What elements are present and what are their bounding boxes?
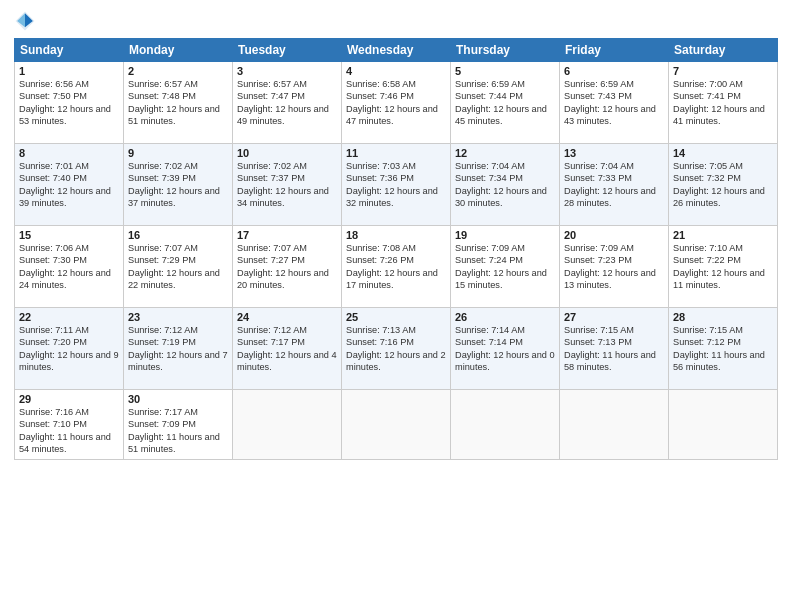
day-number: 14 — [673, 147, 773, 159]
calendar-cell: 8Sunrise: 7:01 AMSunset: 7:40 PMDaylight… — [15, 144, 124, 226]
calendar-table: SundayMondayTuesdayWednesdayThursdayFrid… — [14, 38, 778, 460]
calendar-cell — [451, 390, 560, 460]
calendar-header-thursday: Thursday — [451, 39, 560, 62]
day-info: Sunrise: 7:02 AMSunset: 7:39 PMDaylight:… — [128, 160, 228, 210]
day-number: 3 — [237, 65, 337, 77]
day-info: Sunrise: 7:03 AMSunset: 7:36 PMDaylight:… — [346, 160, 446, 210]
calendar-cell: 17Sunrise: 7:07 AMSunset: 7:27 PMDayligh… — [233, 226, 342, 308]
calendar-cell: 9Sunrise: 7:02 AMSunset: 7:39 PMDaylight… — [124, 144, 233, 226]
day-number: 22 — [19, 311, 119, 323]
day-info: Sunrise: 6:57 AMSunset: 7:48 PMDaylight:… — [128, 78, 228, 128]
day-info: Sunrise: 7:11 AMSunset: 7:20 PMDaylight:… — [19, 324, 119, 374]
calendar-cell: 16Sunrise: 7:07 AMSunset: 7:29 PMDayligh… — [124, 226, 233, 308]
day-number: 17 — [237, 229, 337, 241]
day-info: Sunrise: 7:05 AMSunset: 7:32 PMDaylight:… — [673, 160, 773, 210]
header — [14, 10, 778, 32]
calendar-cell — [669, 390, 778, 460]
day-number: 4 — [346, 65, 446, 77]
day-number: 11 — [346, 147, 446, 159]
calendar-header-friday: Friday — [560, 39, 669, 62]
day-number: 25 — [346, 311, 446, 323]
day-info: Sunrise: 7:12 AMSunset: 7:19 PMDaylight:… — [128, 324, 228, 374]
day-number: 26 — [455, 311, 555, 323]
day-number: 13 — [564, 147, 664, 159]
day-info: Sunrise: 6:59 AMSunset: 7:43 PMDaylight:… — [564, 78, 664, 128]
calendar-cell: 22Sunrise: 7:11 AMSunset: 7:20 PMDayligh… — [15, 308, 124, 390]
calendar-cell — [560, 390, 669, 460]
day-number: 19 — [455, 229, 555, 241]
calendar-cell: 12Sunrise: 7:04 AMSunset: 7:34 PMDayligh… — [451, 144, 560, 226]
day-info: Sunrise: 7:00 AMSunset: 7:41 PMDaylight:… — [673, 78, 773, 128]
day-number: 6 — [564, 65, 664, 77]
day-info: Sunrise: 7:07 AMSunset: 7:29 PMDaylight:… — [128, 242, 228, 292]
day-info: Sunrise: 7:01 AMSunset: 7:40 PMDaylight:… — [19, 160, 119, 210]
day-info: Sunrise: 6:59 AMSunset: 7:44 PMDaylight:… — [455, 78, 555, 128]
calendar-cell: 26Sunrise: 7:14 AMSunset: 7:14 PMDayligh… — [451, 308, 560, 390]
logo — [14, 10, 39, 32]
calendar-cell: 18Sunrise: 7:08 AMSunset: 7:26 PMDayligh… — [342, 226, 451, 308]
calendar-week-3: 15Sunrise: 7:06 AMSunset: 7:30 PMDayligh… — [15, 226, 778, 308]
calendar-cell: 30Sunrise: 7:17 AMSunset: 7:09 PMDayligh… — [124, 390, 233, 460]
day-info: Sunrise: 7:04 AMSunset: 7:33 PMDaylight:… — [564, 160, 664, 210]
calendar-cell: 28Sunrise: 7:15 AMSunset: 7:12 PMDayligh… — [669, 308, 778, 390]
day-info: Sunrise: 6:56 AMSunset: 7:50 PMDaylight:… — [19, 78, 119, 128]
day-number: 28 — [673, 311, 773, 323]
day-number: 10 — [237, 147, 337, 159]
calendar-cell: 11Sunrise: 7:03 AMSunset: 7:36 PMDayligh… — [342, 144, 451, 226]
day-info: Sunrise: 6:58 AMSunset: 7:46 PMDaylight:… — [346, 78, 446, 128]
calendar-cell: 10Sunrise: 7:02 AMSunset: 7:37 PMDayligh… — [233, 144, 342, 226]
calendar-header-sunday: Sunday — [15, 39, 124, 62]
day-number: 21 — [673, 229, 773, 241]
calendar-header-saturday: Saturday — [669, 39, 778, 62]
day-number: 24 — [237, 311, 337, 323]
day-number: 23 — [128, 311, 228, 323]
page: SundayMondayTuesdayWednesdayThursdayFrid… — [0, 0, 792, 612]
calendar-cell: 4Sunrise: 6:58 AMSunset: 7:46 PMDaylight… — [342, 62, 451, 144]
calendar-header-tuesday: Tuesday — [233, 39, 342, 62]
day-info: Sunrise: 7:10 AMSunset: 7:22 PMDaylight:… — [673, 242, 773, 292]
day-number: 5 — [455, 65, 555, 77]
calendar-cell: 21Sunrise: 7:10 AMSunset: 7:22 PMDayligh… — [669, 226, 778, 308]
day-info: Sunrise: 7:02 AMSunset: 7:37 PMDaylight:… — [237, 160, 337, 210]
day-info: Sunrise: 7:04 AMSunset: 7:34 PMDaylight:… — [455, 160, 555, 210]
calendar-week-5: 29Sunrise: 7:16 AMSunset: 7:10 PMDayligh… — [15, 390, 778, 460]
calendar-cell — [342, 390, 451, 460]
calendar-cell: 3Sunrise: 6:57 AMSunset: 7:47 PMDaylight… — [233, 62, 342, 144]
calendar-cell: 19Sunrise: 7:09 AMSunset: 7:24 PMDayligh… — [451, 226, 560, 308]
day-info: Sunrise: 7:07 AMSunset: 7:27 PMDaylight:… — [237, 242, 337, 292]
day-number: 27 — [564, 311, 664, 323]
calendar-cell: 24Sunrise: 7:12 AMSunset: 7:17 PMDayligh… — [233, 308, 342, 390]
day-info: Sunrise: 7:12 AMSunset: 7:17 PMDaylight:… — [237, 324, 337, 374]
calendar-week-4: 22Sunrise: 7:11 AMSunset: 7:20 PMDayligh… — [15, 308, 778, 390]
day-number: 12 — [455, 147, 555, 159]
day-info: Sunrise: 7:15 AMSunset: 7:12 PMDaylight:… — [673, 324, 773, 374]
day-info: Sunrise: 7:15 AMSunset: 7:13 PMDaylight:… — [564, 324, 664, 374]
calendar-week-2: 8Sunrise: 7:01 AMSunset: 7:40 PMDaylight… — [15, 144, 778, 226]
day-number: 29 — [19, 393, 119, 405]
calendar-week-1: 1Sunrise: 6:56 AMSunset: 7:50 PMDaylight… — [15, 62, 778, 144]
logo-icon — [14, 10, 36, 32]
calendar-header-wednesday: Wednesday — [342, 39, 451, 62]
day-info: Sunrise: 7:09 AMSunset: 7:24 PMDaylight:… — [455, 242, 555, 292]
day-number: 7 — [673, 65, 773, 77]
calendar-cell: 14Sunrise: 7:05 AMSunset: 7:32 PMDayligh… — [669, 144, 778, 226]
day-info: Sunrise: 7:16 AMSunset: 7:10 PMDaylight:… — [19, 406, 119, 456]
day-info: Sunrise: 7:17 AMSunset: 7:09 PMDaylight:… — [128, 406, 228, 456]
day-info: Sunrise: 7:09 AMSunset: 7:23 PMDaylight:… — [564, 242, 664, 292]
calendar-cell: 13Sunrise: 7:04 AMSunset: 7:33 PMDayligh… — [560, 144, 669, 226]
day-number: 8 — [19, 147, 119, 159]
day-number: 20 — [564, 229, 664, 241]
calendar-cell: 27Sunrise: 7:15 AMSunset: 7:13 PMDayligh… — [560, 308, 669, 390]
calendar-cell — [233, 390, 342, 460]
calendar-cell: 29Sunrise: 7:16 AMSunset: 7:10 PMDayligh… — [15, 390, 124, 460]
day-info: Sunrise: 7:13 AMSunset: 7:16 PMDaylight:… — [346, 324, 446, 374]
calendar-cell: 6Sunrise: 6:59 AMSunset: 7:43 PMDaylight… — [560, 62, 669, 144]
calendar-cell: 23Sunrise: 7:12 AMSunset: 7:19 PMDayligh… — [124, 308, 233, 390]
day-number: 16 — [128, 229, 228, 241]
calendar-cell: 2Sunrise: 6:57 AMSunset: 7:48 PMDaylight… — [124, 62, 233, 144]
day-info: Sunrise: 7:06 AMSunset: 7:30 PMDaylight:… — [19, 242, 119, 292]
calendar-cell: 5Sunrise: 6:59 AMSunset: 7:44 PMDaylight… — [451, 62, 560, 144]
day-number: 15 — [19, 229, 119, 241]
calendar-cell: 15Sunrise: 7:06 AMSunset: 7:30 PMDayligh… — [15, 226, 124, 308]
calendar-cell: 7Sunrise: 7:00 AMSunset: 7:41 PMDaylight… — [669, 62, 778, 144]
